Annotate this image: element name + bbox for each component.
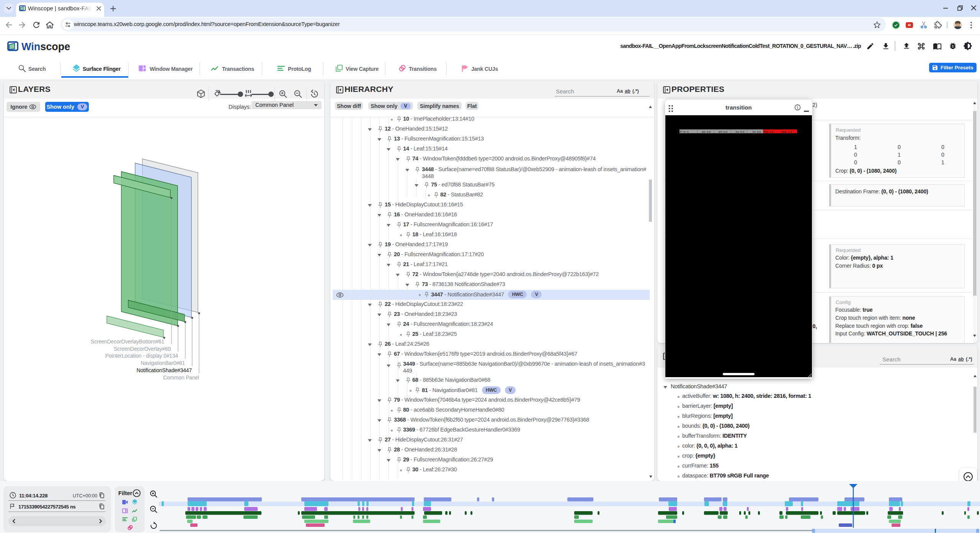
svg-text:NotificationShade#3447: NotificationShade#3447 xyxy=(137,367,192,373)
svg-text:ScreenDecorOverlayBottom#61: ScreenDecorOverlayBottom#61 xyxy=(91,338,165,345)
svg-text:ScreenDecorOverlay#60: ScreenDecorOverlay#60 xyxy=(114,346,171,352)
svg-text:Common Panel: Common Panel xyxy=(163,374,199,381)
svg-text:PointerLocation - display 0#13: PointerLocation - display 0#134 xyxy=(105,353,178,359)
svg-text:NavigationBar0#81: NavigationBar0#81 xyxy=(140,360,185,366)
